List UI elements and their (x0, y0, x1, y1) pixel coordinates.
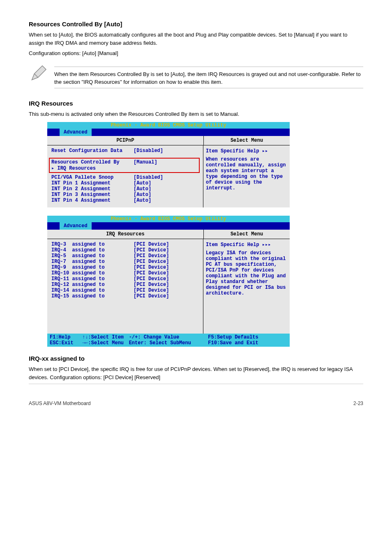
page-footer-divider (29, 384, 363, 384)
help-body: When resources are controlled manually, … (206, 157, 286, 191)
help-title: Item Specific Help ▸▸ (206, 148, 286, 154)
bios1-title: Phoenix - Award BIOS CMOS Setup Utility (47, 122, 290, 129)
setting-resources-controlled-by[interactable]: Resources Controlled By [Manual] (51, 159, 197, 165)
setting-value: [Manual] (134, 159, 183, 165)
note-block: When the item Resources Controlled By is… (29, 63, 363, 92)
bios2-menu-bar: Advanced (47, 222, 290, 230)
setting-irq-5[interactable]: IRQ-10 assigned to[PCI Device] (51, 270, 200, 276)
section-title-irq-assigned: IRQ-xx assigned to (29, 355, 363, 362)
submenu-irq-resources[interactable]: ▸ IRQ Resources (51, 165, 197, 171)
bios1-help-pane: Item Specific Help ▸▸ When resources are… (203, 145, 290, 207)
setting-value: [PCI Device] (134, 282, 169, 288)
setting-int-pin2[interactable]: INT Pin 2 Assignment[Auto] (51, 186, 200, 192)
setting-label: IRQ-10 assigned to (51, 270, 134, 276)
setting-irq-4[interactable]: IRQ-9 assigned to[PCI Device] (51, 265, 200, 270)
bios2-key-footer: F1:Help ↑↓:Select Item ESC:Exit →←:Selec… (47, 334, 290, 347)
svg-marker-0 (32, 66, 46, 80)
setting-value (134, 165, 183, 171)
setting-label: Resources Controlled By (51, 159, 134, 165)
note-text: When the item Resources Controlled By is… (54, 70, 363, 86)
bios1-pane-title-left: PCIPnP (47, 136, 204, 145)
bios-screenshot-2: Phoenix - Award BIOS CMOS Setup Utility … (47, 216, 290, 347)
setting-irq-2[interactable]: IRQ-5 assigned to[PCI Device] (51, 253, 200, 259)
setting-value: [PCI Device] (134, 276, 169, 282)
setting-label: INT Pin 4 Assignment (51, 198, 134, 203)
para-resources-1: When set to [Auto], the BIOS automatical… (29, 31, 363, 47)
bios1-menu-bar: Advanced (47, 129, 290, 136)
bios1-pane-title-right: Select Menu (204, 136, 290, 145)
bios2-title: Phoenix - Award BIOS CMOS Setup Utility (47, 216, 290, 222)
footer-product: ASUS A8V-VM Motherboard (29, 401, 91, 406)
bios2-help-pane: Item Specific Help ▸▸▸ Legacy ISA for de… (203, 239, 290, 334)
setting-value: [Disabled] (134, 175, 183, 180)
setting-value: [PCI Device] (134, 253, 169, 259)
setting-irq-3[interactable]: IRQ-7 assigned to[PCI Device] (51, 259, 200, 265)
setting-label: IRQ-4 assigned to (51, 247, 134, 253)
para-irq-assigned: When set to [PCI Device], the specific I… (29, 365, 363, 381)
setting-value: [PCI Device] (134, 259, 169, 265)
setting-irq-6[interactable]: IRQ-11 assigned to[PCI Device] (51, 276, 200, 282)
setting-label: ▸ IRQ Resources (51, 165, 134, 171)
setting-value: [PCI Device] (134, 242, 169, 247)
setting-irq-1[interactable]: IRQ-4 assigned to[PCI Device] (51, 247, 200, 253)
setting-irq-0[interactable]: IRQ-3 assigned to[PCI Device] (51, 242, 200, 247)
bios1-tab-advanced[interactable]: Advanced (60, 129, 92, 136)
setting-value: [PCI Device] (134, 265, 169, 270)
setting-irq-7[interactable]: IRQ-12 assigned to[PCI Device] (51, 282, 200, 288)
setting-value: [PCI Device] (134, 293, 169, 299)
footer-keys-center: -/+: Change Value Enter: Select SubMenu (129, 334, 208, 346)
setting-label: IRQ-12 assigned to (51, 282, 134, 288)
setting-value: [PCI Device] (134, 247, 169, 253)
setting-label: IRQ-15 assigned to (51, 293, 134, 299)
setting-int-pin1[interactable]: INT Pin 1 Assignment[Auto] (51, 180, 200, 186)
setting-value: [PCI Device] (134, 270, 169, 276)
note-divider-top (54, 67, 363, 67)
setting-int-pin3[interactable]: INT Pin 3 Assignment[Auto] (51, 192, 200, 198)
bios2-settings-pane: IRQ-3 assigned to[PCI Device]IRQ-4 assig… (47, 239, 203, 334)
setting-value: [Auto] (134, 180, 183, 186)
help-body: Legacy ISA for devices compliant with th… (206, 250, 286, 296)
setting-label: Reset Configuration Data (51, 148, 134, 154)
pencil-icon (29, 63, 48, 85)
setting-label: IRQ-9 assigned to (51, 265, 134, 270)
setting-label: IRQ-11 assigned to (51, 276, 134, 282)
setting-pci-vga-snoop[interactable]: PCI/VGA Pallete Snoop[Disabled] (51, 175, 200, 180)
footer-page-number: 2-23 (353, 401, 363, 406)
bios2-pane-title-right: Select Menu (204, 230, 290, 239)
setting-label: IRQ-5 assigned to (51, 253, 134, 259)
para-irq: This sub-menu is activated only when the… (29, 110, 363, 118)
section-title-resources: Resources Controlled By [Auto] (29, 21, 363, 28)
setting-irq-9[interactable]: IRQ-15 assigned to[PCI Device] (51, 293, 200, 299)
section-title-irq: IRQ Resources (29, 100, 363, 107)
setting-label: PCI/VGA Pallete Snoop (51, 175, 134, 180)
note-divider-bottom (54, 88, 363, 88)
setting-label: IRQ-7 assigned to (51, 259, 134, 265)
bios2-tab-advanced[interactable]: Advanced (60, 222, 92, 230)
setting-label: INT Pin 3 Assignment (51, 192, 134, 198)
setting-label: IRQ-3 assigned to (51, 242, 134, 247)
bios1-settings-pane: Reset Configuration Data [Disabled] Reso… (47, 145, 203, 207)
setting-value: [Auto] (134, 198, 183, 203)
para-resources-2: Configuration options: [Auto] [Manual] (29, 49, 363, 58)
setting-irq-8[interactable]: IRQ-14 assigned to[PCI Device] (51, 288, 200, 293)
setting-label: INT Pin 2 Assignment (51, 186, 134, 192)
highlighted-settings: Resources Controlled By [Manual] ▸ IRQ R… (49, 158, 200, 173)
footer-keys-right: F5:Setup Defaults F10:Save and Exit (208, 334, 287, 346)
setting-int-pin4[interactable]: INT Pin 4 Assignment[Auto] (51, 198, 200, 203)
setting-label: IRQ-14 assigned to (51, 288, 134, 293)
setting-value: [Auto] (134, 186, 183, 192)
setting-reset-config[interactable]: Reset Configuration Data [Disabled] (51, 148, 200, 154)
setting-value: [Auto] (134, 192, 183, 198)
setting-value: [PCI Device] (134, 288, 169, 293)
setting-value: [Disabled] (134, 148, 183, 154)
setting-label: INT Pin 1 Assignment (51, 180, 134, 186)
bios2-pane-title-left: IRQ Resources (47, 230, 204, 239)
help-title: Item Specific Help ▸▸▸ (206, 242, 286, 248)
footer-keys-left: F1:Help ↑↓:Select Item ESC:Exit →←:Selec… (50, 334, 129, 346)
bios-screenshot-1: Phoenix - Award BIOS CMOS Setup Utility … (47, 122, 290, 207)
